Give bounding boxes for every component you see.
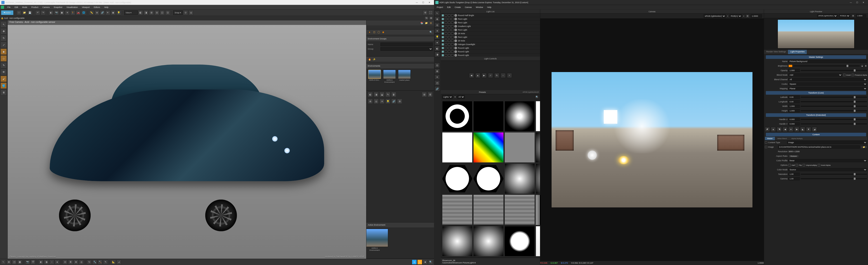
vtool-mat2[interactable]: ◇ — [0, 55, 7, 61]
preview-exp-btn[interactable]: ☀ — [851, 14, 855, 18]
menu-viewport[interactable]: Viewport — [80, 6, 92, 9]
tool-render[interactable]: ▣ — [59, 10, 64, 15]
canvas-mode[interactable]: RGB(A) — [730, 14, 742, 18]
lock-toggle[interactable] — [448, 39, 450, 42]
prop-mapping[interactable]: Planar — [788, 87, 867, 90]
light-row[interactable]: Rect Light — [441, 21, 540, 24]
vis-toggle[interactable] — [442, 18, 444, 20]
rvt-2[interactable]: ⊕ — [434, 16, 440, 22]
ea-3[interactable]: ◒ — [379, 92, 384, 97]
handle-l[interactable]: ◀ — [782, 127, 787, 132]
sb-end[interactable]: 🔍 — [428, 260, 433, 265]
rvt-8[interactable]: ◑ — [434, 52, 440, 57]
preset-item[interactable] — [473, 163, 504, 194]
tool-h[interactable]: ◎ — [188, 10, 193, 15]
solo-toggle[interactable] — [445, 39, 447, 42]
preset-item[interactable] — [536, 226, 540, 257]
aux-toggle[interactable] — [451, 51, 454, 53]
lat-slider[interactable] — [801, 97, 867, 98]
tool-light[interactable]: ◐ — [49, 10, 54, 15]
sb-10[interactable]: ● — [55, 260, 60, 265]
sb-18[interactable]: ✎ — [103, 260, 108, 265]
opt-inva[interactable] — [818, 164, 820, 166]
preset-cat-select[interactable]: Lights — [442, 95, 453, 99]
aux-toggle[interactable] — [451, 25, 454, 27]
env-thumb-1[interactable]: HDRLS Environment — [383, 70, 396, 83]
menu-product[interactable]: Product — [30, 6, 40, 9]
brightness-swatch[interactable] — [788, 64, 793, 67]
menu-editors[interactable]: Editors — [92, 6, 102, 9]
preview-mode[interactable]: RGB(A) — [839, 14, 850, 18]
gamma-slider[interactable] — [801, 178, 867, 179]
tool-link[interactable]: 🔗 — [100, 10, 105, 15]
light-row[interactable]: Rect Light — [441, 28, 540, 32]
vtool-layer[interactable]: ≣ — [0, 89, 7, 96]
viewport-3d[interactable]: Free Camera - Acid - non configurable se… — [8, 20, 366, 259]
lock-toggle[interactable] — [448, 32, 450, 35]
canvas-exposure[interactable] — [751, 14, 762, 18]
vis-toggle[interactable] — [442, 54, 444, 56]
sb-15[interactable]: ↻ — [87, 260, 92, 265]
prop-sat[interactable] — [788, 173, 800, 176]
rvt-3[interactable]: ◎ — [434, 22, 440, 28]
solo-toggle[interactable] — [445, 22, 447, 24]
handle-b[interactable]: ▼ — [806, 127, 811, 132]
ring-icon[interactable]: ◯ — [377, 30, 380, 34]
aux-toggle[interactable] — [451, 36, 454, 38]
minimize-button[interactable]: — — [414, 0, 420, 4]
preset-item[interactable] — [473, 226, 504, 257]
ctab-alpha[interactable]: Alpha Multiply — [789, 137, 805, 140]
vtool-bucket[interactable]: 🪣 — [0, 82, 7, 89]
hv-slider[interactable] — [801, 124, 867, 124]
canvas-area[interactable] — [540, 19, 764, 261]
preset-item[interactable] — [536, 195, 540, 225]
view-combo[interactable]: View ▾ — [124, 10, 138, 15]
aux-toggle[interactable] — [451, 22, 454, 24]
tool-g[interactable]: ⊙ — [183, 10, 188, 15]
sect-content[interactable]: Content — [766, 133, 866, 136]
hdrls-min[interactable]: — — [848, 0, 854, 4]
handle-tl[interactable]: ◤ — [765, 127, 770, 132]
light-row[interactable]: Round Light — [441, 46, 540, 50]
rvt-11[interactable]: ✕ — [434, 74, 440, 80]
prop-width[interactable] — [788, 105, 800, 108]
ea-1[interactable]: ◐ — [368, 92, 373, 97]
tool-bulb[interactable]: 💡 — [116, 10, 121, 15]
light-row[interactable]: Round Light — [441, 50, 540, 53]
light-row[interactable]: Round Light — [441, 53, 540, 57]
tool-redo[interactable]: ↷ — [41, 10, 46, 15]
rvt-4[interactable]: ☀ — [434, 28, 440, 33]
menu-snapshot[interactable]: Snapshot — [52, 6, 64, 9]
preset-item[interactable] — [473, 132, 504, 163]
tool-car[interactable]: 🚗 — [76, 10, 81, 15]
canvas-light-sphere[interactable] — [588, 151, 597, 160]
tool-undo[interactable]: ↶ — [35, 10, 40, 15]
ea-7[interactable]: ◎ — [374, 99, 379, 104]
prop-content-type[interactable]: Image — [787, 141, 867, 144]
hdrls-menu-create[interactable]: Create — [453, 6, 463, 9]
menu-file[interactable]: File — [5, 6, 12, 9]
solo-toggle[interactable] — [445, 51, 447, 53]
opt-half[interactable] — [788, 164, 791, 166]
prop-coobo[interactable]: Square — [788, 82, 867, 86]
sb-col3[interactable]: ■ — [423, 260, 428, 265]
folder-icon[interactable]: 📁 — [425, 21, 428, 25]
invert-chk[interactable] — [843, 74, 845, 76]
preset-search[interactable]: 🔍 — [535, 95, 539, 99]
sat-slider[interactable] — [801, 174, 867, 175]
sb-3[interactable]: ◫ — [12, 260, 17, 265]
search-icon[interactable]: 🔍 — [429, 30, 433, 34]
prop-lon[interactable] — [788, 100, 800, 103]
mode-matter-button[interactable]: ✦ Matter — [1, 10, 13, 15]
sb-col2[interactable]: ■ — [417, 260, 422, 265]
tool-sun[interactable]: ☀ — [105, 10, 110, 15]
prop-name[interactable] — [788, 60, 867, 63]
preset-item[interactable] — [536, 132, 540, 163]
preset-item[interactable] — [473, 195, 504, 225]
preview-colorspace[interactable]: sRGB (rgbMonitor) — [817, 14, 837, 18]
vtool-move[interactable]: ✥ — [0, 28, 7, 34]
light-row[interactable]: 2k Mole — [441, 32, 540, 35]
tool-d[interactable]: ⊟ — [154, 10, 159, 15]
lc-bright+[interactable]: + — [507, 73, 512, 78]
rvt-13[interactable]: 🔗 — [434, 86, 440, 91]
